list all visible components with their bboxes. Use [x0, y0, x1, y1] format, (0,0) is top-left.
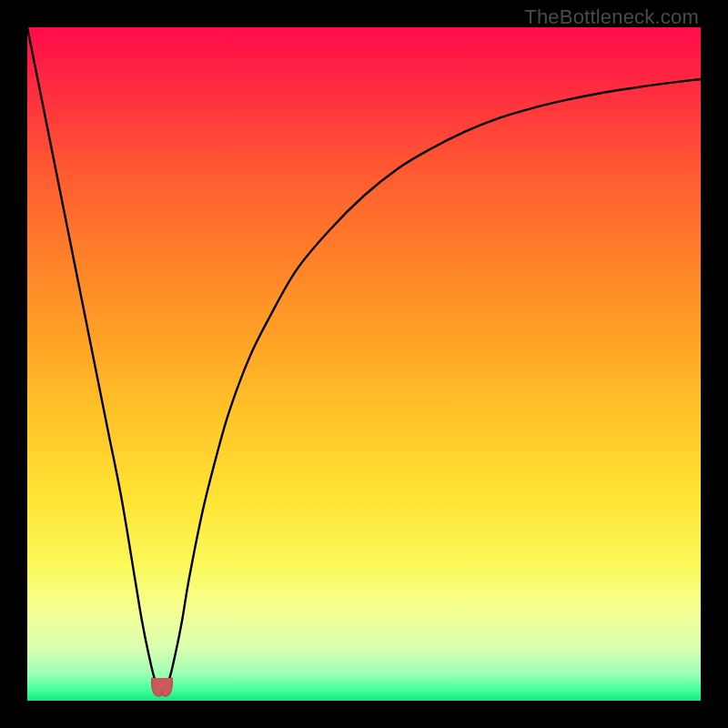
watermark-text: TheBottleneck.com	[524, 5, 699, 29]
bottleneck-curve	[27, 27, 701, 701]
plot-area	[27, 27, 701, 701]
chart-frame: TheBottleneck.com	[0, 0, 728, 728]
